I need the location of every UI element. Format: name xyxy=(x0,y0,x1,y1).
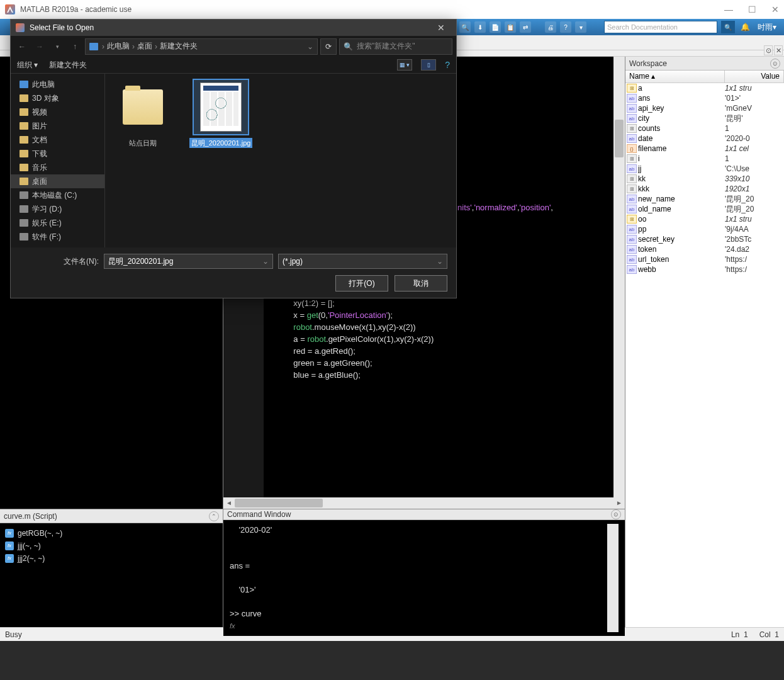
workspace-row[interactable]: ⊞counts1 xyxy=(625,123,784,133)
dialog-tree[interactable]: 此电脑3D 对象视频图片文档下载音乐桌面本地磁盘 (C:)学习 (D:)娱乐 (… xyxy=(11,74,105,247)
search-button[interactable]: 🔍 xyxy=(721,21,735,33)
command-window[interactable]: '2020-02' ans = '01>' >> curve fx xyxy=(223,520,625,636)
tree-item[interactable]: 音乐 xyxy=(11,161,104,174)
folder-icon xyxy=(20,164,28,171)
dialog-titlebar[interactable]: Select File to Open ✕ xyxy=(11,20,456,36)
breadcrumb-item[interactable]: 桌面 xyxy=(137,41,152,52)
var-type-icon: ab xyxy=(627,245,637,254)
tree-item[interactable]: 视频 xyxy=(11,105,104,119)
user-menu[interactable]: 时雨▾ xyxy=(755,22,784,33)
toolstrip-icon[interactable]: 🔍 xyxy=(459,21,471,33)
tree-item[interactable]: 此电脑 xyxy=(11,77,104,91)
disk-icon xyxy=(20,219,28,227)
workspace-row[interactable]: ⊞oo1x1 stru xyxy=(625,214,784,224)
cancel-button[interactable]: 取消 xyxy=(395,275,447,292)
organize-menu[interactable]: 组织 ▾ xyxy=(17,60,38,71)
file-item[interactable]: 昆明_20200201.jpg xyxy=(189,80,252,148)
folder-icon xyxy=(20,150,28,157)
var-type-icon: ab xyxy=(627,94,637,103)
notifications-icon[interactable]: 🔔 xyxy=(739,23,751,31)
breadcrumb-item[interactable]: 此电脑 xyxy=(107,41,130,52)
workspace-col-value[interactable]: Value xyxy=(725,71,784,82)
panel-menu-button[interactable]: ⊙ xyxy=(611,509,621,519)
tree-item[interactable]: 桌面 xyxy=(11,174,104,188)
tree-item[interactable]: 本地磁盘 (C:) xyxy=(11,188,104,202)
workspace-col-name[interactable]: Name ▴ xyxy=(625,71,725,82)
command-vscrollbar[interactable] xyxy=(607,524,619,632)
toolstrip-icon[interactable]: 📋 xyxy=(505,21,516,33)
dialog-close-button[interactable]: ✕ xyxy=(431,23,451,33)
file-item[interactable]: 站点日期 xyxy=(111,80,174,148)
new-folder-button[interactable]: 新建文件夹 xyxy=(49,60,87,71)
toolstrip-icon[interactable]: 🖨 xyxy=(545,21,556,33)
address-input[interactable]: › 此电脑 › 桌面 › 新建文件夹 ⌄ xyxy=(85,38,318,55)
function-list-item[interactable]: jjj2(~, ~) xyxy=(5,552,218,565)
open-button[interactable]: 打开(O) xyxy=(335,275,388,292)
workspace-row[interactable]: abpp'9j/4AA xyxy=(625,224,784,234)
tree-item[interactable]: 图片 xyxy=(11,119,104,133)
workspace-row[interactable]: abnew_name'昆明_20 xyxy=(625,194,784,204)
workspace-row[interactable]: abans'01>' xyxy=(625,93,784,103)
tree-item[interactable]: 3D 对象 xyxy=(11,91,104,105)
editor-hscrollbar[interactable]: ◄► xyxy=(223,497,625,509)
var-type-icon: ab xyxy=(627,195,637,203)
toolstrip-dropdown[interactable]: ▾ xyxy=(575,21,586,33)
toolstrip-icon[interactable]: ⇄ xyxy=(520,21,531,33)
dialog-file-list[interactable]: 站点日期昆明_20200201.jpg xyxy=(105,74,456,247)
view-mode-button[interactable]: ▦ ▾ xyxy=(397,59,412,71)
toolstrip-icon[interactable]: ⬇ xyxy=(474,21,486,33)
dialog-search-input[interactable]: 🔍搜索"新建文件夹" xyxy=(339,38,452,55)
toolstrip-icon[interactable]: 📄 xyxy=(490,21,501,33)
folder-icon xyxy=(123,89,163,125)
workspace-row[interactable]: absecret_key'2bbSTc xyxy=(625,234,784,244)
nav-forward-button[interactable]: → xyxy=(32,39,47,54)
minimize-button[interactable]: — xyxy=(724,4,733,14)
panel-dropdown-button[interactable]: ⊙ xyxy=(764,45,773,55)
tree-item[interactable]: 软件 (F:) xyxy=(11,230,104,244)
tree-item[interactable]: 学习 (D:) xyxy=(11,202,104,216)
workspace-row[interactable]: abdate'2020-0 xyxy=(625,133,784,144)
workspace-row[interactable]: abwebb'https:/ xyxy=(625,264,784,275)
disk-icon xyxy=(20,233,28,241)
preview-pane-button[interactable]: ▯ xyxy=(421,59,436,71)
file-filter-select[interactable]: (*.jpg)⌄ xyxy=(278,254,447,269)
function-list-item[interactable]: jjj(~, ~) xyxy=(5,540,218,552)
doc-search-input[interactable]: Search Documentation xyxy=(604,21,717,33)
panel-menu-button[interactable]: ⊙ xyxy=(770,59,780,69)
var-type-icon: ab xyxy=(627,235,637,244)
tree-item[interactable]: 娱乐 (E:) xyxy=(11,216,104,230)
function-list-item[interactable]: getRGB(~, ~) xyxy=(5,527,218,540)
panel-collapse-button[interactable]: ⌃ xyxy=(209,511,219,521)
refresh-button[interactable]: ⟳ xyxy=(320,38,337,55)
nav-up-button[interactable]: ↑ xyxy=(67,39,82,54)
tree-item[interactable]: 下载 xyxy=(11,147,104,161)
workspace-row[interactable]: abtoken'24.da2 xyxy=(625,244,784,254)
workspace-row[interactable]: {}filename1x1 cel xyxy=(625,144,784,154)
image-thumbnail xyxy=(200,82,242,132)
function-icon xyxy=(5,529,14,538)
workspace-row[interactable]: abcity'昆明' xyxy=(625,113,784,123)
workspace-row[interactable]: abjj'C:\Use xyxy=(625,164,784,174)
breadcrumb-item[interactable]: 新建文件夹 xyxy=(160,41,198,52)
var-type-icon: ab xyxy=(627,134,637,143)
workspace-row[interactable]: ⊞kkk1920x1 xyxy=(625,184,784,194)
var-type-icon: ⊞ xyxy=(627,184,637,193)
panel-close-button[interactable]: ✕ xyxy=(774,45,783,55)
workspace-row[interactable]: ⊞i1 xyxy=(625,154,784,164)
workspace-row[interactable]: abapi_key'mGneV xyxy=(625,103,784,113)
help-icon[interactable]: ? xyxy=(560,21,571,33)
nav-back-button[interactable]: ← xyxy=(14,39,30,54)
editor-vscrollbar[interactable] xyxy=(613,57,625,497)
workspace-row[interactable]: aburl_token'https:/ xyxy=(625,254,784,264)
workspace-row[interactable]: abold_name'昆明_20 xyxy=(625,204,784,214)
help-icon[interactable]: ? xyxy=(445,60,450,70)
nav-recent-button[interactable]: ▾ xyxy=(50,39,65,54)
workspace-row[interactable]: ⊞kk339x10 xyxy=(625,174,784,184)
pc-icon xyxy=(20,81,28,88)
workspace-row[interactable]: ⊞a1x1 stru xyxy=(625,83,784,93)
var-type-icon: ab xyxy=(627,265,637,274)
tree-item[interactable]: 文档 xyxy=(11,133,104,147)
maximize-button[interactable]: ☐ xyxy=(748,4,756,14)
close-button[interactable]: ✕ xyxy=(771,4,779,14)
filename-input[interactable]: 昆明_20200201.jpg⌄ xyxy=(104,254,273,269)
